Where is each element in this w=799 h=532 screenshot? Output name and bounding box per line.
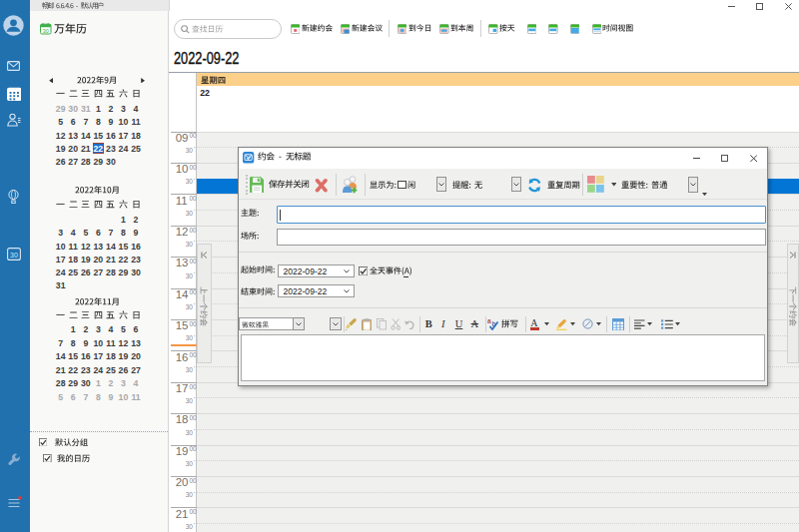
svg-text:a: a [487, 317, 491, 324]
svg-text:30: 30 [43, 28, 49, 34]
svg-text:30: 30 [10, 251, 18, 258]
